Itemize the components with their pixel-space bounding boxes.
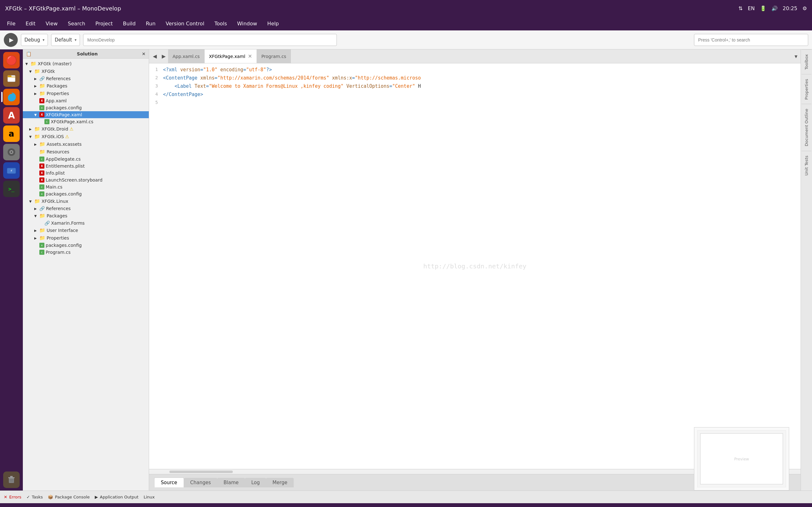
tree-item-xfgtk[interactable]: ▼ 📁 XFGtk [23, 67, 149, 75]
expand-icon: ▶ [34, 229, 38, 232]
tree-item-xfgtkpage-xaml-cs[interactable]: c XFGtkPage.xaml.cs [23, 118, 149, 125]
settings-icon[interactable]: ⚙ [803, 5, 807, 11]
terminal-icon[interactable]: >_ [3, 181, 20, 197]
status-errors[interactable]: ✕ Errors [4, 495, 21, 499]
expand-icon: ▼ [29, 200, 33, 203]
firefox-icon[interactable] [3, 89, 20, 105]
tree-item-properties[interactable]: ▶ 📁 Properties [23, 90, 149, 97]
svg-rect-2 [8, 77, 15, 77]
tree-item-linux-packages-config[interactable]: x packages.config [23, 242, 149, 249]
tree-item-user-interface[interactable]: ▶ 📁 User Interface [23, 227, 149, 234]
line-number: 5 [149, 99, 162, 107]
menu-file[interactable]: File [3, 19, 20, 29]
xaml-file-icon: X [39, 164, 44, 169]
tree-item-packages-config[interactable]: x packages.config [23, 104, 149, 111]
source-tab-changes[interactable]: Changes [184, 478, 217, 487]
sidebar-tab-unit-tests[interactable]: Unit Tests [802, 151, 811, 180]
tab-more-button[interactable]: ▾ [792, 53, 801, 60]
tools-icon[interactable] [3, 144, 20, 160]
menu-window[interactable]: Window [233, 19, 262, 29]
status-tasks[interactable]: ✓ Tasks [26, 495, 43, 499]
files-icon[interactable] [3, 70, 20, 87]
status-package-console[interactable]: 📦 Package Console [48, 495, 90, 499]
tree-item-main-cs[interactable]: c Main.cs [23, 183, 149, 190]
menu-view[interactable]: View [41, 19, 62, 29]
main-area: 🔴 A a ⚡ >_ 📋 Solution ✕ [0, 49, 812, 491]
sidebar-tab-document-outline[interactable]: Document Outline [802, 104, 811, 151]
tree-item-app-xaml[interactable]: X App.xaml [23, 97, 149, 104]
menu-tools[interactable]: Tools [210, 19, 231, 29]
config-default-dropdown[interactable]: Default ▾ [51, 34, 80, 46]
line-number: 4 [149, 91, 162, 99]
menubar: File Edit View Search Project Build Run … [0, 16, 812, 31]
tab-prev-button[interactable]: ◀ [150, 52, 159, 61]
menu-build[interactable]: Build [118, 19, 140, 29]
app-icon[interactable]: ⚡ [3, 162, 20, 179]
tree-label: AppDelegate.cs [46, 157, 81, 162]
xaml-file-icon: X [39, 98, 44, 103]
tree-item-launchscreen[interactable]: X LaunchScreen.storyboard [23, 176, 149, 183]
tree-item-xfgtkpage-xaml[interactable]: ▼ X XFGtkPage.xaml [23, 111, 149, 118]
sidebar-tab-toolbox[interactable]: Toolbox [802, 49, 811, 74]
tree-item-xfgtk-linux[interactable]: ▼ 📁 XFGtk.Linux [23, 198, 149, 205]
error-icon: ✕ [4, 495, 7, 499]
code-line-4: 4 </ContentPage> [149, 91, 801, 99]
menu-edit[interactable]: Edit [21, 19, 40, 29]
tree-item-assets-xcassets[interactable]: ▶ 📁 Assets.xcassets [23, 140, 149, 148]
tree-item-xfgtk-droid[interactable]: ▶ 📁 XFGtk.Droid ⚠ [23, 125, 149, 133]
menu-help[interactable]: Help [263, 19, 283, 29]
titlebar-right: ⇅ EN 🔋 🔊 20:25 ⚙ [739, 5, 807, 11]
tree-item-resources[interactable]: 📁 Resources [23, 148, 149, 156]
tree-item-references[interactable]: ▶ 🔗 References [23, 75, 149, 82]
trash-icon[interactable] [3, 471, 20, 488]
tree-item-xfgtk-master[interactable]: ▼ 📁 XFGtk (master) [23, 60, 149, 67]
status-app-output[interactable]: ▶ Application Output [95, 495, 139, 499]
tab-program-cs[interactable]: Program.cs [257, 49, 291, 63]
tree-label: XFGtk [42, 69, 55, 74]
tree-item-appdelegate-cs[interactable]: c AppDelegate.cs [23, 156, 149, 163]
expand-icon: ▼ [34, 214, 38, 218]
project-search-input[interactable] [83, 34, 337, 46]
menu-project[interactable]: Project [91, 19, 117, 29]
tree-item-program-cs[interactable]: c Program.cs [23, 249, 149, 256]
folder-icon: 📁 [34, 199, 40, 204]
amazon-icon[interactable]: a [3, 125, 20, 142]
menu-run[interactable]: Run [142, 19, 160, 29]
scrollbar-thumb[interactable] [169, 470, 233, 473]
tree-item-xfgtk-ios[interactable]: ▼ 📁 XFGtk.iOS ⚠ [23, 133, 149, 140]
source-tab-source[interactable]: Source [154, 477, 184, 487]
app-output-label: Application Output [100, 495, 139, 499]
config-debug-dropdown[interactable]: Debug ▾ [21, 34, 48, 46]
source-tab-merge[interactable]: Merge [266, 478, 294, 487]
tree-item-linux-references[interactable]: ▶ 🔗 References [23, 205, 149, 212]
ubuntu-icon[interactable]: 🔴 [3, 52, 20, 68]
expand-icon: ▶ [29, 127, 33, 131]
tree-item-packages-config-ios[interactable]: x packages.config [23, 190, 149, 198]
tab-xfgtkpage-xaml[interactable]: XFGtkPage.xaml ✕ [205, 49, 257, 63]
tab-app-xaml-cs[interactable]: App.xaml.cs [168, 49, 205, 63]
source-tab-blame[interactable]: Blame [217, 478, 245, 487]
run-button[interactable] [4, 33, 18, 47]
tab-label: App.xaml.cs [172, 54, 200, 59]
menu-version-control[interactable]: Version Control [161, 19, 209, 29]
menu-search[interactable]: Search [63, 19, 90, 29]
tab-close-button[interactable]: ✕ [248, 54, 252, 59]
code-editor[interactable]: 1 <?xml version="1.0" encoding="utf-8"?>… [149, 63, 801, 469]
sidebar-tab-properties[interactable]: Properties [802, 74, 811, 104]
typeface-app-icon[interactable]: A [3, 107, 20, 124]
tree-item-linux-packages[interactable]: ▼ 📁 Packages [23, 212, 149, 220]
tree-item-packages[interactable]: ▶ 📁 Packages [23, 82, 149, 90]
close-solution-panel-icon[interactable]: ✕ [142, 51, 146, 56]
tree-item-xamarin-forms[interactable]: 🔗 Xamarin.Forms [23, 220, 149, 227]
tree-item-entitlements[interactable]: X Entitlements.plist [23, 163, 149, 170]
tree-label: LaunchScreen.storyboard [46, 177, 102, 182]
source-tab-log[interactable]: Log [245, 478, 266, 487]
source-tabs-group: Source Changes Blame Log Merge [152, 477, 296, 487]
expand-icon: ▶ [34, 207, 38, 210]
tree-item-info-plist[interactable]: X Info.plist [23, 170, 149, 176]
tab-next-button[interactable]: ▶ [159, 52, 168, 61]
global-search-input[interactable] [694, 34, 808, 46]
tree-item-linux-properties[interactable]: ▶ 📁 Properties [23, 234, 149, 242]
tree-label: Info.plist [46, 170, 65, 176]
toolbar: Debug ▾ Default ▾ [0, 31, 812, 49]
